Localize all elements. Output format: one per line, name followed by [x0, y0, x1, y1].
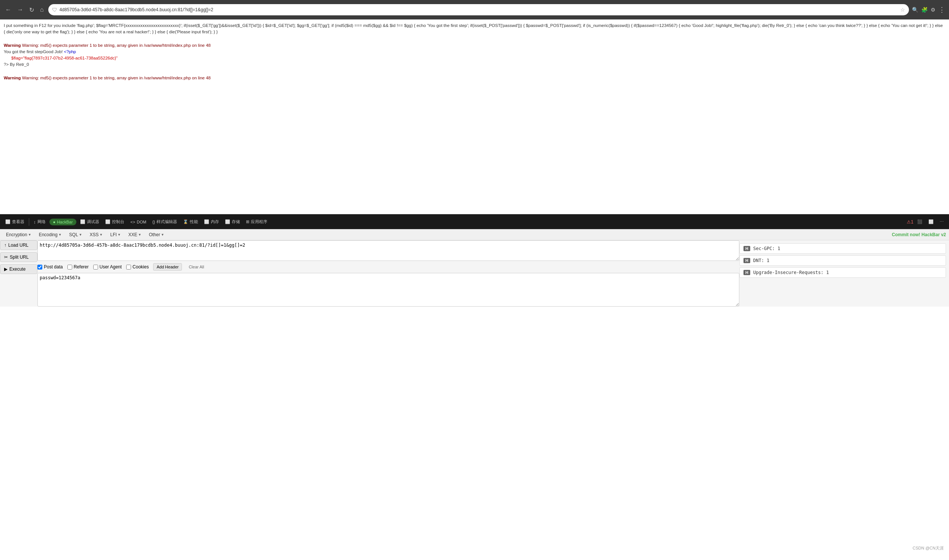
hackbar-dot: ●	[53, 220, 56, 224]
header-text-0: Sec-GPC: 1	[753, 246, 780, 251]
other-label: Other	[149, 232, 160, 237]
user-agent-checkbox[interactable]	[93, 265, 98, 269]
execute-button[interactable]: ▶ Execute	[0, 264, 37, 274]
back-button[interactable]	[4, 5, 13, 15]
cookies-checkbox-label[interactable]: Cookies	[126, 264, 149, 269]
refresh-button[interactable]	[28, 5, 35, 15]
warning-label-2: Warning	[4, 75, 21, 80]
page-content: I put something in F12 for you include '…	[0, 20, 949, 214]
storage-icon: ⬜	[225, 219, 230, 224]
devtools-memory-btn[interactable]: ⬜ 内存	[202, 217, 221, 226]
style-label: 样式编辑器	[157, 219, 177, 225]
devtools-dom-btn[interactable]: <> DOM	[128, 218, 149, 226]
devtools-right-controls: ⚠1 ⬛ ⬜ ⋯	[907, 218, 946, 226]
network-icon: ↕	[34, 220, 36, 224]
inspect-icon: ⬜	[5, 219, 11, 224]
warning-text-2: Warning: md5() expects parameter 1 to be…	[22, 75, 211, 80]
hackbar-body: ↑ Load URL ✂ Split URL ▶ Execute http://…	[0, 240, 949, 306]
post-data-label: Post data	[44, 264, 63, 269]
xss-arrow: ▼	[100, 233, 103, 237]
lfi-arrow: ▼	[118, 233, 121, 237]
hackbar-panel: Encryption ▼ Encoding ▼ SQL ▼ XSS ▼ LFI …	[0, 229, 949, 306]
commit-text: Commit now! HackBar v2	[892, 232, 946, 237]
menu-lfi[interactable]: LFI ▼	[107, 231, 123, 238]
warning-label-1: Warning	[4, 43, 21, 48]
perf-label: 性能	[190, 219, 198, 225]
other-arrow: ▼	[161, 233, 165, 237]
php-open-tag: <?php	[64, 49, 76, 54]
header-badge-0: H	[743, 246, 750, 251]
hackbar-right-headers: H Sec-GPC: 1 H DNT: 1 H Upgrade-Insecure…	[739, 240, 949, 306]
post-data-input[interactable]: passwd=1234567a	[37, 273, 739, 306]
split-url-button[interactable]: ✂ Split URL	[0, 252, 37, 262]
menu-xss[interactable]: XSS ▼	[87, 231, 106, 238]
load-url-label: Load URL	[8, 243, 28, 248]
devtools-float-btn[interactable]: ⬜	[926, 218, 936, 226]
execute-icon: ▶	[4, 266, 8, 272]
devtools-inspect-btn[interactable]: ⬜ 查看器	[3, 217, 26, 226]
warning-line-2: Warning Warning: md5() expects parameter…	[4, 75, 945, 81]
split-url-label: Split URL	[10, 255, 29, 260]
load-url-button[interactable]: ↑ Load URL	[0, 240, 37, 250]
devtools-debugger-btn[interactable]: ⬜ 调试器	[78, 217, 102, 226]
devtools-storage-btn[interactable]: ⬜ 存储	[223, 217, 242, 226]
add-header-button[interactable]: Add Header	[153, 263, 182, 271]
split-url-icon: ✂	[4, 255, 8, 260]
inspect-label: 查看器	[12, 219, 24, 225]
user-agent-checkbox-label[interactable]: User Agent	[93, 264, 122, 269]
menu-sql[interactable]: SQL ▼	[66, 231, 85, 238]
hackbar-menu-bar: Encryption ▼ Encoding ▼ SQL ▼ XSS ▼ LFI …	[0, 229, 949, 240]
menu-encryption[interactable]: Encryption ▼	[3, 231, 34, 238]
url-input[interactable]: http://4d85705a-3d6d-457b-a8dc-8aac179bc…	[37, 240, 739, 261]
home-icon	[40, 6, 44, 13]
perf-icon: ⌛	[183, 219, 188, 224]
devtools-hackbar-btn[interactable]: ● HackBar	[49, 218, 77, 225]
devtools-dock-btn[interactable]: ⬛	[915, 218, 925, 226]
apps-label: 应用程序	[251, 219, 267, 225]
header-row-1: H DNT: 1	[739, 255, 946, 266]
sql-arrow: ▼	[79, 233, 82, 237]
devtools-toolbar: ⬜ 查看器 ↕ 网络 ● HackBar ⬜ 调试器 ⬜ 控制台 <> DOM …	[0, 214, 949, 229]
header-row-2: H Upgrade-Insecure-Requests: 1	[739, 267, 946, 278]
menu-icon[interactable]: ⋮	[938, 6, 945, 14]
separator-1	[29, 218, 29, 226]
devtools-perf-btn[interactable]: ⌛ 性能	[181, 217, 200, 226]
security-icon: 🛡	[52, 7, 57, 13]
menu-encoding[interactable]: Encoding ▼	[36, 231, 65, 238]
referer-label: Referer	[74, 264, 89, 269]
post-data-checkbox-label[interactable]: Post data	[37, 264, 63, 269]
devtools-console-btn[interactable]: ⬜ 控制台	[103, 217, 126, 226]
cookies-label: Cookies	[132, 264, 149, 269]
menu-other[interactable]: Other ▼	[146, 231, 167, 238]
warning-text-1: Warning: md5() expects parameter 1 to be…	[22, 43, 211, 48]
output-text-1: You got the first stepGood Job!	[4, 49, 63, 54]
extensions-icon: 🧩	[921, 7, 927, 13]
console-icon: ⬜	[105, 219, 111, 224]
encryption-arrow: ▼	[28, 233, 31, 237]
referer-checkbox[interactable]	[68, 265, 72, 269]
forward-icon	[17, 6, 23, 13]
cookies-checkbox[interactable]	[126, 265, 131, 269]
devtools-close-btn[interactable]: ⋯	[937, 218, 946, 226]
address-bar[interactable]: 🛡 4d85705a-3d6d-457b-a8dc-8aac179bcdb5.n…	[48, 4, 909, 15]
forward-button[interactable]	[16, 5, 25, 15]
devtools-network-btn[interactable]: ↕ 网络	[31, 217, 48, 226]
clear-all-button[interactable]: Clear All	[186, 263, 206, 270]
back-icon	[5, 6, 11, 13]
header-text-2: Upgrade-Insecure-Requests: 1	[753, 270, 829, 275]
bookmark-icon: ☆	[900, 7, 905, 13]
warning-line-1: Warning Warning: md5() expects parameter…	[4, 42, 945, 49]
xss-label: XSS	[90, 232, 99, 237]
error-badge: ⚠1	[907, 219, 914, 225]
apps-icon: ⊞	[246, 219, 249, 224]
url-section: http://4d85705a-3d6d-457b-a8dc-8aac179bc…	[37, 240, 739, 306]
dom-label: DOM	[137, 220, 146, 224]
post-data-checkbox[interactable]	[37, 265, 42, 269]
devtools-style-btn[interactable]: {} 样式编辑器	[150, 217, 179, 226]
referer-checkbox-label[interactable]: Referer	[68, 264, 89, 269]
devtools-apps-btn[interactable]: ⊞ 应用程序	[244, 217, 269, 226]
home-button[interactable]	[38, 5, 45, 15]
source-line: I put something in F12 for you include '…	[4, 23, 945, 35]
xxe-label: XXE	[128, 232, 137, 237]
menu-xxe[interactable]: XXE ▼	[125, 231, 145, 238]
